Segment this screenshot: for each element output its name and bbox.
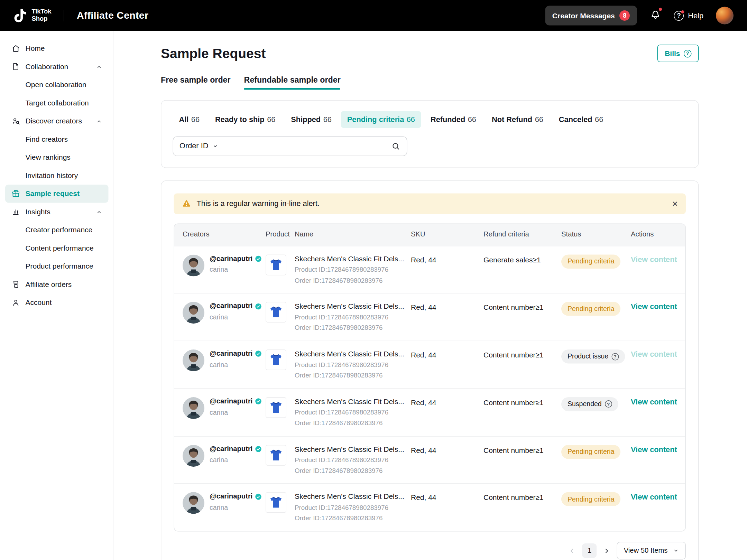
creator-messages-label: Creator Messages [552,11,615,20]
view-content-link[interactable]: View content [631,350,677,358]
page-head: Sample Request Bills ? [161,45,699,62]
verified-badge-icon [255,255,262,262]
tiktok-logo-icon [13,9,27,22]
creator-cell: @carinaputri carina [174,445,266,466]
creator-cell: @carinaputri carina [174,397,266,419]
sidebar-item-account[interactable]: Account [5,293,109,312]
chevron-down-icon [673,548,679,554]
filter-shipped[interactable]: Shipped 66 [285,111,338,128]
actions-cell: View content [631,349,685,359]
status-cell: Pending criteria [561,254,631,269]
sidebar-item-label: Account [26,298,52,307]
table-row: @carinaputri carina Skechers Men's Class… [174,341,685,389]
help-dot [681,10,685,14]
warning-alert: This is a regular warning in-line alert.… [174,193,686,214]
bills-button[interactable]: Bills ? [657,45,699,62]
verified-badge-icon [255,493,262,500]
sidebar-item-creator-performance[interactable]: Creator performance [5,221,109,239]
filter-count: 66 [191,115,200,124]
sidebar-item-discover-creators[interactable]: Discover creators [5,112,109,130]
creator-avatar [183,302,204,324]
tab-free-sample-order[interactable]: Free sample order [161,75,231,90]
user-avatar[interactable] [716,7,734,25]
creator-handle: @carinaputri [210,397,252,406]
view-content-link[interactable]: View content [631,493,677,501]
next-page-button[interactable] [603,547,611,555]
sidebar-item-invitation-history[interactable]: Invitation history [5,167,109,185]
sidebar-item-target-collaboration[interactable]: Target collaboration [5,94,109,112]
tab-refundable-sample-order[interactable]: Refundable sample order [244,75,341,90]
actions-cell: View content [631,445,685,454]
creator-handle: @carinaputri [210,254,252,263]
sidebar-item-collaboration[interactable]: Collaboration [5,58,109,76]
status-cell: Suspended ? [561,397,631,411]
product-id: Product ID:17284678980283976 [295,504,406,512]
sku-value: Red, 44 [411,397,483,407]
previous-page-button[interactable] [568,547,576,555]
order-id: Order ID:17284678980283976 [295,515,406,523]
view-content-link[interactable]: View content [631,302,677,311]
column-header-name: Name [295,230,411,239]
help-button[interactable]: ? Help [674,11,703,21]
creator-meta: @carinaputri carina [210,492,262,514]
product-name: Skechers Men's Classic Fit Dels... [295,397,406,406]
filter-refunded[interactable]: Refunded 66 [424,111,482,128]
notifications-button[interactable] [649,8,662,23]
status-label: Pending criteria [568,257,614,265]
sidebar-item-label: Sample request [26,189,80,198]
name-cell: Skechers Men's Classic Fit Dels... Produ… [295,254,411,285]
top-bar-actions: Creator Messages 8 ? Help [545,6,734,26]
sidebar-item-product-performance[interactable]: Product performance [5,257,109,276]
sidebar-item-find-creators[interactable]: Find creators [5,130,109,149]
sidebar-item-home[interactable]: Home [5,39,109,58]
view-content-link[interactable]: View content [631,398,677,406]
sidebar-item-insights[interactable]: Insights [5,203,109,221]
creator-avatar [183,254,204,276]
view-content-link[interactable]: View content [631,255,677,263]
filter-label: Ready to ship [215,115,265,124]
sidebar-item-content-performance[interactable]: Content performance [5,239,109,258]
filter-all[interactable]: All 66 [173,111,206,128]
status-help-icon[interactable]: ? [605,400,612,408]
creator-cell: @carinaputri carina [174,492,266,514]
creator-handle: @carinaputri [210,445,252,453]
filter-not-refund[interactable]: Not Refund 66 [486,111,550,128]
sidebar-item-view-rankings[interactable]: View rankings [5,148,109,167]
product-id: Product ID:17284678980283976 [295,409,406,417]
search-field-selector[interactable]: Order ID [179,141,218,151]
name-cell: Skechers Men's Classic Fit Dels... Produ… [295,397,411,428]
creator-meta: @carinaputri carina [210,445,262,466]
product-cell [266,397,295,418]
collaboration-icon [11,62,20,71]
filter-label: Not Refund [492,115,532,124]
search-bar[interactable]: Order ID [173,136,407,156]
sidebar-item-affiliate-orders[interactable]: Affiliate orders [5,276,109,294]
close-icon[interactable]: ✕ [672,200,678,207]
filter-canceled[interactable]: Canceled 66 [553,111,609,128]
page-size-select[interactable]: View 50 Items [617,542,686,560]
notification-dot [658,7,663,11]
refund-criteria-value: Content number≥1 [483,445,561,455]
search-icon[interactable] [391,141,400,151]
status-help-icon[interactable]: ? [611,353,619,360]
column-header-sku: SKU [411,230,483,239]
table-row: @carinaputri carina Skechers Men's Class… [174,293,685,341]
creator-avatar [183,445,204,466]
filter-ready-to-ship[interactable]: Ready to ship 66 [209,111,282,128]
refund-criteria-value: Generate sales≥1 [483,254,561,264]
filter-pending-criteria[interactable]: Pending criteria 66 [341,111,421,128]
sidebar-item-label: Affiliate orders [26,280,72,289]
page-number[interactable]: 1 [582,543,597,558]
sku-value: Red, 44 [411,302,483,312]
main-content: Sample Request Bills ? Free sample order… [114,31,747,560]
product-image [266,254,286,275]
column-header-creators: Creators [174,230,266,239]
brand: TikTok Shop Affiliate Center [13,8,148,22]
sidebar-item-open-collaboration[interactable]: Open collaboration [5,76,109,94]
creator-messages-button[interactable]: Creator Messages 8 [545,6,637,26]
view-content-link[interactable]: View content [631,445,677,454]
sidebar-item-sample-request[interactable]: Sample request [5,185,109,203]
creator-avatar [183,397,204,419]
chevron-down-icon [212,143,218,149]
filter-label: Canceled [559,115,592,124]
